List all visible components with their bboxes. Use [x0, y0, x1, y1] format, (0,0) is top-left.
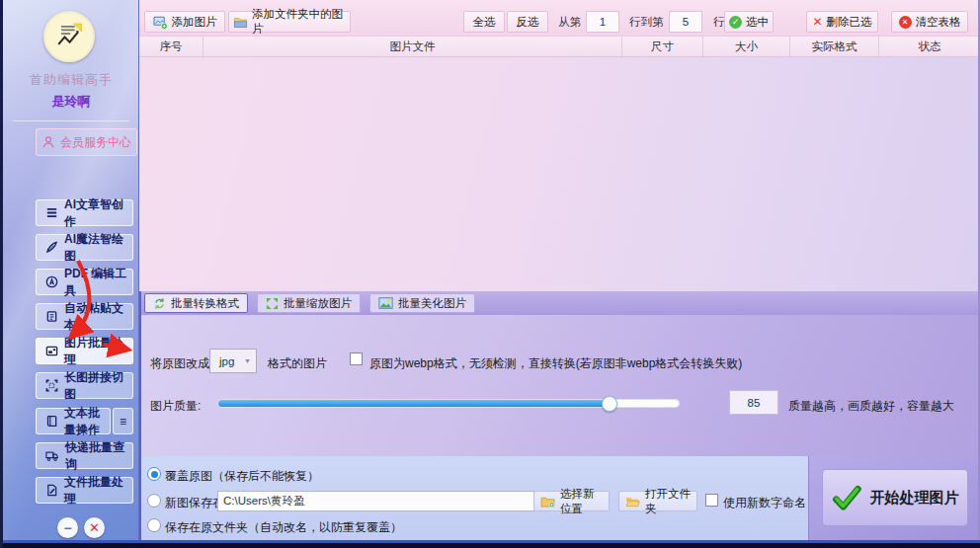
- save-path-input[interactable]: [217, 491, 541, 511]
- member-center-button[interactable]: 会员服务中心: [36, 128, 137, 156]
- pen-icon: [45, 241, 58, 254]
- quality-slider-handle[interactable]: [602, 396, 617, 412]
- column-header-file[interactable]: 图片文件: [204, 37, 622, 56]
- convert-icon: [153, 297, 166, 310]
- sidebar-item-label: 图片批量处理: [64, 335, 132, 368]
- sidebar-item-auto-paste[interactable]: 自动粘贴文本: [36, 303, 133, 330]
- open-folder-label: 打开文件夹: [645, 487, 691, 516]
- select-all-button[interactable]: 全选: [463, 11, 505, 33]
- add-image-icon: [153, 15, 168, 30]
- radio-overwrite-label: 覆盖原图（保存后不能恢复）: [165, 468, 319, 485]
- column-header-index[interactable]: 序号: [139, 37, 204, 56]
- format-value: jpg: [219, 355, 234, 367]
- user-name: 是玲啊: [3, 93, 139, 111]
- format-dropdown[interactable]: jpg ▼: [209, 349, 257, 373]
- scale-icon: [266, 297, 279, 310]
- choose-location-label: 选择新位置: [560, 487, 603, 516]
- app-window: 首助编辑高手 是玲啊 会员服务中心 AI文章智创作 AI魔法智绘图: [0, 0, 980, 548]
- app-title: 首助编辑高手: [3, 71, 139, 89]
- choose-location-button[interactable]: 选择新位置: [533, 491, 610, 511]
- table-header: 序号 图片文件 尺寸 大小 实际格式 状态: [139, 36, 980, 57]
- sidebar-item-pdf-tools[interactable]: PDF 编辑工具: [36, 269, 133, 295]
- open-folder-icon: [625, 496, 640, 508]
- quality-slider-fill: [218, 400, 610, 407]
- person-icon: [41, 135, 55, 149]
- sidebar-item-image-batch[interactable]: 图片批量处理: [36, 338, 133, 364]
- start-panel: 开始处理图片: [808, 456, 980, 540]
- clear-table-button[interactable]: ✕ 清空表格: [891, 11, 968, 33]
- quality-slider[interactable]: [217, 399, 680, 408]
- sidebar-item-label: 长图拼接切图: [64, 369, 132, 403]
- sidebar-item-file-batch[interactable]: 文件批量处理: [36, 477, 133, 504]
- file-edit-icon: [45, 484, 58, 497]
- sidebar-item-text-batch[interactable]: 文本批量操作: [36, 408, 111, 434]
- truck-icon: [45, 449, 59, 462]
- format-suffix-label: 格式的图片: [268, 355, 327, 372]
- chevron-down-icon: ▼: [244, 357, 251, 364]
- member-center-label: 会员服务中心: [60, 134, 131, 151]
- quality-hint: 质量越高，画质越好，容量越大: [788, 398, 954, 415]
- tab-strip: 批量转换格式 批量缩放图片 批量美化图片: [139, 291, 980, 315]
- sidebar-item-express-query[interactable]: 快递批量查询: [36, 442, 133, 469]
- text-batch-more-button[interactable]: ≡: [113, 408, 133, 434]
- sidebar-item-label: 自动粘贴文本: [64, 300, 132, 334]
- add-image-label: 添加图片: [172, 15, 217, 30]
- from-row-input[interactable]: [586, 11, 619, 33]
- webp-checkbox[interactable]: [350, 352, 363, 365]
- red-circle-x-icon: ✕: [899, 16, 912, 29]
- minimize-button[interactable]: −: [57, 517, 78, 538]
- tab-label: 批量缩放图片: [284, 296, 352, 311]
- from-row-label: 从第: [558, 15, 581, 30]
- table-body-empty[interactable]: [139, 57, 980, 291]
- add-image-button[interactable]: 添加图片: [144, 11, 225, 33]
- open-folder-button[interactable]: 打开文件夹: [618, 491, 697, 511]
- clear-table-label: 清空表格: [916, 15, 961, 30]
- sidebar-item-ai-article[interactable]: AI文章智创作: [36, 199, 133, 226]
- delete-selected-button[interactable]: ✕ 删除已选: [806, 11, 878, 33]
- tab-batch-beautify[interactable]: 批量美化图片: [369, 293, 475, 313]
- column-header-filesize[interactable]: 大小: [703, 37, 790, 56]
- red-x-icon: ✕: [812, 15, 822, 29]
- add-folder-images-button[interactable]: 添加文件夹中的图片: [228, 11, 351, 33]
- column-header-size[interactable]: 尺寸: [622, 37, 703, 56]
- column-header-format[interactable]: 实际格式: [790, 37, 879, 56]
- tab-label: 批量转换格式: [171, 296, 239, 311]
- sidebar-item-label: 快递批量查询: [65, 439, 132, 473]
- save-options-panel: 覆盖原图（保存后不能恢复） 新图保存在: 选择新位置 打开文件夹 使用新数字命名…: [139, 456, 808, 540]
- sidebar-item-label: 文件批量处理: [64, 474, 132, 508]
- image-icon: [45, 345, 58, 357]
- radio-overwrite[interactable]: [147, 467, 161, 481]
- clipboard-icon: [45, 310, 58, 323]
- convert-settings-panel: 将原图改成: jpg ▼ 格式的图片 原图为webp格式，无须检测，直接转换(若…: [139, 315, 980, 456]
- start-processing-button[interactable]: 开始处理图片: [822, 469, 968, 526]
- sidebar-divider: [13, 120, 129, 121]
- close-button[interactable]: ✕: [84, 517, 105, 538]
- sidebar-item-label: PDF 编辑工具: [64, 266, 132, 299]
- to-row-label: 行到第: [629, 15, 664, 30]
- sidebar-item-ai-draw[interactable]: AI魔法智绘图: [36, 234, 133, 261]
- column-header-status[interactable]: 状态: [879, 37, 980, 56]
- sidebar: 首助编辑高手 是玲啊 会员服务中心 AI文章智创作 AI魔法智绘图: [3, 0, 139, 540]
- radio-save-to[interactable]: [147, 494, 161, 508]
- sidebar-item-label: 文本批量操作: [64, 405, 110, 438]
- new-number-name-checkbox[interactable]: [705, 494, 718, 507]
- pdf-icon: [45, 275, 58, 288]
- quality-label: 图片质量:: [150, 398, 201, 415]
- crop-icon: [45, 379, 58, 392]
- tab-batch-scale[interactable]: 批量缩放图片: [257, 293, 361, 313]
- big-green-check-icon: [832, 485, 861, 511]
- green-check-icon: ✓: [729, 16, 742, 29]
- radio-keep-folder[interactable]: [147, 518, 161, 532]
- beautify-icon: [378, 297, 393, 309]
- to-row-input[interactable]: [669, 11, 702, 33]
- invert-select-button[interactable]: 反选: [507, 11, 548, 33]
- select-range-button[interactable]: ✓ 选中: [724, 11, 774, 33]
- sidebar-item-label: AI文章智创作: [64, 196, 132, 230]
- webp-checkbox-label: 原图为webp格式，无须检测，直接转换(若原图非webp格式会转换失败): [369, 355, 742, 372]
- start-processing-label: 开始处理图片: [870, 489, 959, 508]
- sidebar-item-long-image[interactable]: 长图拼接切图: [36, 372, 133, 399]
- convert-to-label: 将原图改成:: [150, 355, 212, 372]
- window-bottom-edge: [0, 540, 980, 548]
- tab-batch-convert[interactable]: 批量转换格式: [144, 293, 248, 313]
- quality-value-box[interactable]: 85: [729, 390, 778, 415]
